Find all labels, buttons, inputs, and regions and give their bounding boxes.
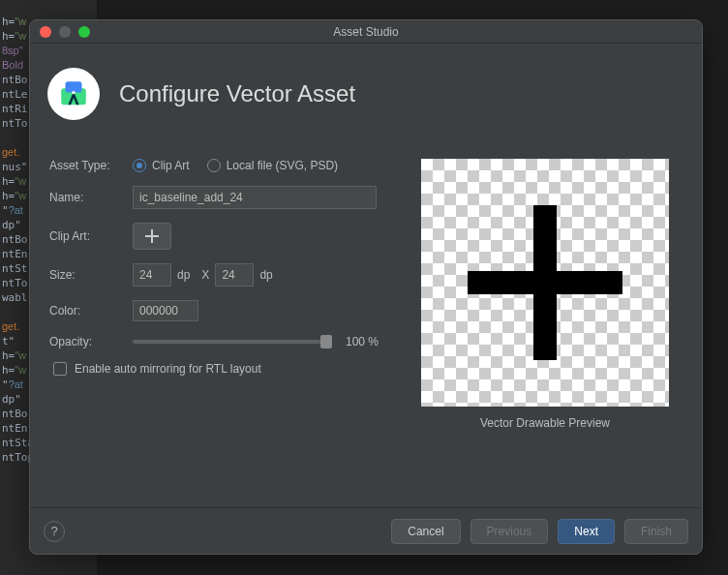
checkbox-label: Enable auto mirroring for RTL layout [75, 362, 261, 376]
opacity-value: 100 % [336, 335, 379, 348]
preview-pane: Vector Drawable Preview [408, 159, 682, 507]
width-unit: dp [177, 268, 190, 282]
titlebar: Asset Studio [30, 20, 702, 44]
name-input[interactable] [133, 186, 377, 209]
preview-canvas [421, 159, 669, 407]
size-separator: X [201, 268, 209, 282]
finish-button[interactable]: Finish [624, 519, 688, 544]
height-unit: dp [259, 268, 272, 282]
clipart-label: Clip Art: [49, 229, 133, 243]
android-studio-icon [47, 68, 100, 120]
help-button[interactable]: ? [44, 521, 65, 542]
opacity-slider[interactable] [133, 340, 326, 344]
asset-type-label: Asset Type: [49, 159, 133, 172]
asset-type-clipart-radio[interactable]: Clip Art [133, 159, 190, 172]
dialog-footer: ? Cancel Previous Next Finish [30, 507, 702, 554]
rtl-mirroring-checkbox[interactable]: Enable auto mirroring for RTL layout [53, 362, 261, 376]
radio-label: Local file (SVG, PSD) [227, 159, 338, 172]
zoom-window-button[interactable] [78, 26, 90, 38]
opacity-label: Opacity: [49, 335, 133, 348]
color-input[interactable] [133, 300, 198, 321]
dialog-title: Configure Vector Asset [119, 80, 355, 107]
dialog-header: Configure Vector Asset [30, 44, 702, 159]
svg-point-2 [72, 91, 75, 94]
height-input[interactable] [215, 263, 254, 287]
clipart-picker-button[interactable] [133, 223, 171, 250]
next-button[interactable]: Next [558, 519, 615, 544]
cancel-button[interactable]: Cancel [391, 519, 460, 544]
radio-label: Clip Art [152, 159, 190, 172]
preview-label: Vector Drawable Preview [480, 416, 610, 430]
config-form: Asset Type: Clip Art Local file (SVG, PS… [49, 159, 379, 507]
window-title: Asset Studio [333, 25, 398, 39]
previous-button[interactable]: Previous [470, 519, 549, 544]
plus-icon [468, 205, 622, 360]
size-label: Size: [49, 268, 133, 282]
close-window-button[interactable] [40, 26, 51, 38]
slider-thumb[interactable] [320, 335, 332, 348]
width-input[interactable] [133, 263, 171, 287]
window-controls [40, 26, 90, 38]
asset-type-localfile-radio[interactable]: Local file (SVG, PSD) [207, 159, 338, 172]
asset-studio-dialog: Asset Studio Configure Vector Asset Asse… [29, 19, 703, 555]
minimize-window-button[interactable] [59, 26, 71, 38]
name-label: Name: [49, 191, 133, 204]
color-label: Color: [49, 304, 133, 318]
plus-icon [145, 229, 159, 243]
